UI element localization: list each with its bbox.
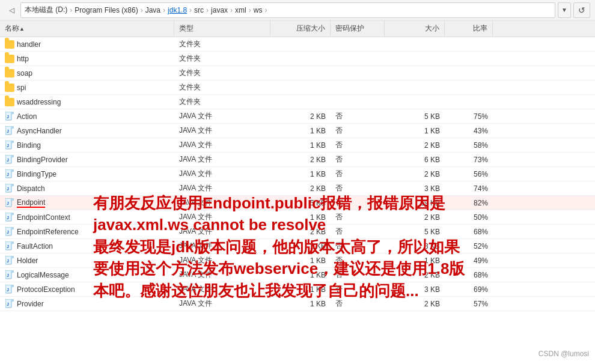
sep8: › <box>264 6 267 14</box>
file-password: 否 <box>331 167 385 181</box>
file-type: JAVA 文件 <box>174 253 270 267</box>
table-row[interactable]: http 文件夹 <box>0 52 595 66</box>
svg-rect-14 <box>11 155 14 157</box>
sep5: › <box>206 6 209 14</box>
svg-text:J: J <box>7 259 9 263</box>
java-file-icon: J <box>5 126 14 136</box>
file-compressed-size: 1 KB <box>270 268 331 282</box>
breadcrumb-javax[interactable]: javax <box>211 6 228 14</box>
svg-rect-38 <box>11 241 14 244</box>
sep3: › <box>163 6 165 14</box>
folder-icon <box>5 55 14 63</box>
file-name: J LogicalMessage <box>0 268 174 282</box>
file-size <box>385 66 445 80</box>
file-ratio: 74% <box>445 181 493 195</box>
file-compressed-size: 2 KB <box>270 225 331 238</box>
breadcrumb-local-disk[interactable]: 本地磁盘 (D:) <box>25 5 67 15</box>
file-type: 文件夹 <box>174 37 270 51</box>
java-file-icon: J <box>5 184 14 193</box>
header-size[interactable]: 大小 <box>385 20 445 37</box>
file-type: 文件夹 <box>174 66 270 80</box>
table-row[interactable]: J AsyncHandler JAVA 文件 1 KB 否 1 KB 43% <box>0 124 595 138</box>
table-row[interactable]: J BindingType JAVA 文件 1 KB 否 2 KB 56% <box>0 167 595 181</box>
breadcrumb-jdk18[interactable]: jdk1.8 <box>168 6 187 14</box>
java-file-icon: J <box>5 141 14 150</box>
file-type: 文件夹 <box>174 95 270 109</box>
table-row[interactable]: spi 文件夹 <box>0 80 595 95</box>
file-type: JAVA 文件 <box>174 167 270 181</box>
sep2: › <box>141 6 143 14</box>
file-password <box>331 52 385 65</box>
table-row[interactable]: J FaultAction JAVA 文件 1 KB 否 3 KB 52% <box>0 239 595 253</box>
table-row[interactable]: J EndpointContext JAVA 文件 1 KB 否 2 KB 50… <box>0 210 595 225</box>
folder-icon <box>5 40 14 49</box>
java-file-icon: J <box>5 256 14 265</box>
file-ratio: 75% <box>445 109 493 123</box>
table-row[interactable]: J BindingProvider JAVA 文件 2 KB 否 6 KB 73… <box>0 153 595 167</box>
file-type: 文件夹 <box>174 80 270 94</box>
svg-text:J: J <box>7 302 9 306</box>
file-compressed-size <box>270 66 331 80</box>
svg-rect-54 <box>11 299 14 302</box>
svg-rect-46 <box>11 270 14 273</box>
svg-text:J: J <box>7 288 9 292</box>
table-row[interactable]: J Provider JAVA 文件 1 KB 否 2 KB 57% <box>0 297 595 311</box>
table-row[interactable]: soap 文件夹 <box>0 66 595 80</box>
table-row[interactable]: J Holder JAVA 文件 1 KB 否 1 KB 49% <box>0 253 595 268</box>
file-compressed-size: 1 KB <box>270 282 331 296</box>
file-password: 否 <box>331 109 385 123</box>
table-row[interactable]: wsaddressing 文件夹 <box>0 95 595 109</box>
file-size: 5 KB <box>385 225 445 238</box>
table-row[interactable]: J Action JAVA 文件 2 KB 否 5 KB 75% <box>0 109 595 124</box>
breadcrumb-xml[interactable]: xml <box>235 6 246 14</box>
table-row[interactable]: J Endpoint JAVA 文件 5 KB 否 19 KB 82% <box>0 196 595 210</box>
file-size: 19 KB <box>385 196 445 210</box>
header-name[interactable]: 名称 <box>0 20 174 37</box>
table-row[interactable]: handler 文件夹 <box>0 37 595 52</box>
breadcrumb-program-files[interactable]: Program Files (x86) <box>75 6 138 14</box>
svg-text:J: J <box>7 129 9 133</box>
header-compressed[interactable]: 压缩大小 <box>270 20 331 37</box>
table-row[interactable]: J Binding JAVA 文件 1 KB 否 2 KB 58% <box>0 138 595 153</box>
file-size: 2 KB <box>385 167 445 181</box>
file-name: J Provider <box>0 297 174 311</box>
file-type: JAVA 文件 <box>174 282 270 296</box>
java-file-icon: J <box>5 227 14 237</box>
breadcrumb-ws[interactable]: ws <box>254 6 263 14</box>
table-row[interactable]: J EndpointReference JAVA 文件 2 KB 否 5 KB … <box>0 225 595 239</box>
sep4: › <box>189 6 192 14</box>
breadcrumb-java[interactable]: Java <box>145 6 160 14</box>
file-name: soap <box>0 66 174 80</box>
refresh-button[interactable]: ↺ <box>573 2 590 18</box>
file-name: J Dispatch <box>0 181 174 195</box>
svg-text:J: J <box>7 144 9 148</box>
header-type[interactable]: 类型 <box>174 20 270 37</box>
file-compressed-size: 1 KB <box>270 124 331 138</box>
file-name: J BindingType <box>0 167 174 181</box>
file-name: J BindingProvider <box>0 153 174 166</box>
file-compressed-size: 1 KB <box>270 167 331 181</box>
file-size <box>385 95 445 109</box>
file-ratio: 43% <box>445 124 493 138</box>
table-row[interactable]: J Dispatch JAVA 文件 2 KB 否 3 KB 74% <box>0 181 595 196</box>
breadcrumb-src[interactable]: src <box>194 6 204 14</box>
back-button[interactable]: ◁ <box>5 4 18 17</box>
header-password[interactable]: 密码保护 <box>331 20 385 37</box>
file-name: wsaddressing <box>0 95 174 109</box>
file-ratio: 58% <box>445 138 493 152</box>
file-password: 否 <box>331 225 385 238</box>
svg-rect-34 <box>11 227 14 229</box>
file-type: JAVA 文件 <box>174 109 270 123</box>
table-row[interactable]: J LogicalMessage JAVA 文件 1 KB 否 2 KB 68% <box>0 268 595 282</box>
file-size: 3 KB <box>385 239 445 253</box>
svg-rect-42 <box>11 256 14 258</box>
header-ratio[interactable]: 比率 <box>445 20 493 37</box>
file-type: JAVA 文件 <box>174 153 270 166</box>
svg-text:J: J <box>7 273 9 278</box>
breadcrumb-path[interactable]: 本地磁盘 (D:) › Program Files (x86) › Java ›… <box>20 2 555 18</box>
file-compressed-size: 5 KB <box>270 196 331 210</box>
table-row[interactable]: J ProtocolException JAVA 文件 1 KB 否 3 KB … <box>0 282 595 297</box>
breadcrumb-dropdown-button[interactable]: ▼ <box>558 2 571 18</box>
file-ratio: 50% <box>445 210 493 224</box>
file-name: J EndpointReference <box>0 225 174 238</box>
